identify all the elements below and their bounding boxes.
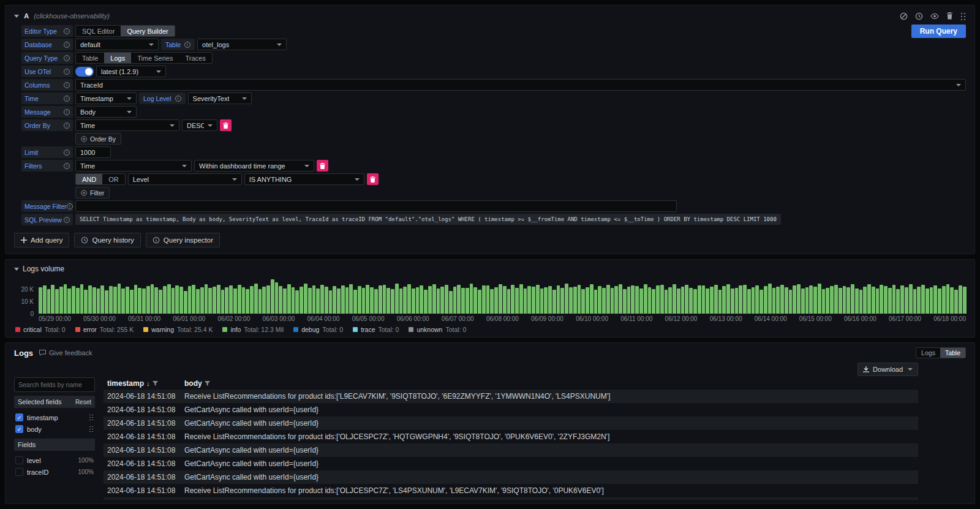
volume-bar[interactable]: [594, 290, 598, 314]
volume-bar[interactable]: [656, 285, 660, 314]
volume-bar[interactable]: [432, 284, 436, 314]
volume-bar[interactable]: [752, 287, 755, 314]
volume-bar[interactable]: [776, 287, 780, 314]
volume-bar[interactable]: [557, 285, 560, 314]
volume-bar[interactable]: [726, 284, 730, 314]
volume-bar[interactable]: [685, 285, 688, 314]
query-type-logs[interactable]: Logs: [104, 53, 131, 63]
volume-bar[interactable]: [764, 286, 767, 314]
selected-field-body[interactable]: body: [14, 423, 95, 435]
volume-bar[interactable]: [867, 284, 871, 314]
volume-bar[interactable]: [391, 289, 394, 314]
volume-bar[interactable]: [755, 285, 759, 314]
query-type-table[interactable]: Table: [76, 53, 104, 63]
volume-bar[interactable]: [72, 286, 75, 314]
volume-bar[interactable]: [482, 285, 486, 314]
volume-bar[interactable]: [379, 285, 382, 314]
time-column-select[interactable]: Timestamp: [75, 92, 137, 104]
remove-order-by-button[interactable]: [220, 119, 232, 131]
volume-bar[interactable]: [578, 285, 581, 314]
volume-bar[interactable]: [648, 287, 652, 314]
volume-bar[interactable]: [453, 287, 457, 314]
volume-bar[interactable]: [602, 288, 606, 314]
volume-bar[interactable]: [151, 284, 154, 314]
volume-bar[interactable]: [51, 285, 55, 314]
filter-operator-select[interactable]: Within dashboard time range: [194, 160, 314, 172]
volume-bar[interactable]: [349, 284, 353, 314]
volume-bar[interactable]: [627, 287, 631, 314]
add-order-by-button[interactable]: Order By: [75, 133, 121, 145]
volume-bar[interactable]: [424, 290, 428, 314]
legend-item-critical[interactable]: criticalTotal: 0: [15, 326, 66, 333]
order-by-direction-select[interactable]: DESC: [182, 119, 217, 131]
info-icon[interactable]: [64, 96, 70, 102]
add-query-button[interactable]: Add query: [14, 233, 69, 247]
volume-bar[interactable]: [839, 288, 842, 314]
volume-bar[interactable]: [47, 289, 51, 314]
volume-bar[interactable]: [138, 288, 141, 314]
volume-bar[interactable]: [416, 287, 420, 314]
and-option[interactable]: AND: [76, 174, 102, 184]
volume-bar[interactable]: [785, 287, 788, 314]
volume-bar[interactable]: [320, 285, 324, 314]
legend-item-error[interactable]: errorTotal: 255 K: [75, 326, 134, 333]
volume-bar[interactable]: [888, 288, 892, 314]
volume-bar[interactable]: [793, 285, 796, 314]
info-icon[interactable]: [184, 42, 190, 48]
volume-bar[interactable]: [64, 284, 67, 314]
volume-bar[interactable]: [478, 290, 481, 314]
collapse-chevron-icon[interactable]: [14, 268, 19, 271]
volume-bar[interactable]: [300, 287, 303, 314]
volume-bar[interactable]: [818, 284, 821, 314]
or-option[interactable]: OR: [102, 174, 125, 184]
volume-bar[interactable]: [665, 290, 668, 314]
checkbox-unchecked[interactable]: [15, 468, 23, 476]
volume-bar[interactable]: [221, 290, 225, 314]
query-inspector-button[interactable]: Query inspector: [146, 233, 220, 247]
volume-bar[interactable]: [333, 286, 336, 314]
volume-bar[interactable]: [565, 284, 568, 314]
volume-bar[interactable]: [677, 288, 680, 314]
volume-bar[interactable]: [217, 285, 221, 314]
volume-bar[interactable]: [67, 288, 71, 314]
message-filter-input[interactable]: [75, 200, 677, 212]
volume-bar[interactable]: [573, 287, 577, 314]
volume-bar[interactable]: [743, 285, 747, 314]
volume-bar[interactable]: [395, 284, 399, 314]
info-icon[interactable]: [64, 149, 70, 156]
volume-bar[interactable]: [872, 287, 875, 314]
volume-bar[interactable]: [822, 289, 826, 314]
volume-bar[interactable]: [581, 289, 585, 314]
volume-bar[interactable]: [167, 284, 171, 314]
volume-bar[interactable]: [739, 285, 742, 314]
volume-bar[interactable]: [353, 290, 357, 314]
info-icon[interactable]: [64, 28, 70, 34]
eye-icon[interactable]: [930, 13, 939, 20]
volume-bar[interactable]: [316, 288, 320, 314]
download-button[interactable]: Download: [858, 363, 918, 376]
log-row[interactable]: 2024-06-18 14:51:08GetCartAsync called w…: [104, 443, 918, 457]
volume-bar[interactable]: [308, 288, 312, 314]
volume-bar[interactable]: [118, 284, 121, 314]
volume-bar[interactable]: [238, 285, 241, 314]
volume-bar[interactable]: [159, 290, 162, 314]
volume-bar[interactable]: [851, 284, 854, 314]
volume-bar[interactable]: [731, 288, 734, 314]
view-table-option[interactable]: Table: [940, 348, 965, 358]
volume-bar[interactable]: [287, 284, 291, 314]
volume-bar[interactable]: [524, 288, 527, 314]
volume-bar[interactable]: [399, 288, 403, 314]
volume-bar[interactable]: [963, 287, 967, 314]
volume-bar[interactable]: [225, 287, 228, 314]
volume-bar[interactable]: [544, 287, 548, 314]
volume-bar[interactable]: [84, 290, 88, 314]
volume-bar[interactable]: [693, 289, 697, 314]
volume-bar[interactable]: [805, 287, 809, 314]
volume-bar[interactable]: [490, 289, 494, 314]
volume-bar[interactable]: [461, 288, 465, 314]
volume-bar[interactable]: [275, 282, 279, 314]
volume-bar[interactable]: [896, 289, 900, 314]
volume-bar[interactable]: [403, 287, 407, 314]
volume-bar[interactable]: [801, 288, 805, 314]
volume-bar[interactable]: [560, 288, 564, 314]
